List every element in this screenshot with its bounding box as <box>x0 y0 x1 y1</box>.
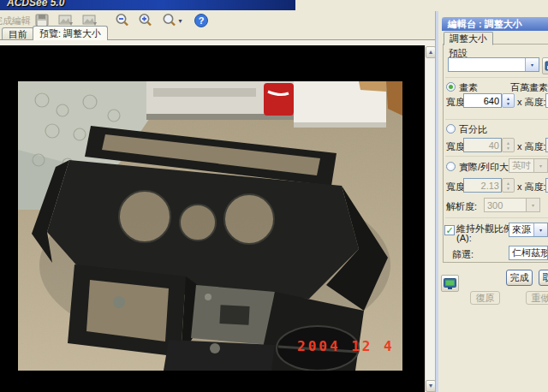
svg-text:?: ? <box>199 15 205 26</box>
tab-preview-resize[interactable]: 預覽: 調整大小 <box>33 26 108 40</box>
radio-pixels[interactable] <box>446 82 456 92</box>
zoom-tool-icon <box>162 13 177 28</box>
app-window: 完成編輯 <box>0 0 548 392</box>
chevron-down-icon: ▾ <box>533 159 547 172</box>
save-preset-button[interactable] <box>542 57 548 74</box>
chevron-down-icon: ▾ <box>178 17 182 25</box>
print-width-spinner: ▲ ▼ <box>502 178 515 193</box>
app-title: ACDSee 5.0 <box>7 0 64 9</box>
date-stamp: 2004 12 4 <box>297 338 395 354</box>
title-bar: ACDSee 5.0 <box>0 0 295 10</box>
aspect-label-2: (A): <box>456 233 472 243</box>
zoom-menu-button[interactable]: ▾ <box>158 10 187 31</box>
radio-percent[interactable] <box>446 124 456 134</box>
chevron-down-icon: ▾ <box>525 58 539 71</box>
separator <box>445 119 548 120</box>
spinner-down-icon: ▼ <box>506 101 510 106</box>
resolution-select: 300 ▾ <box>484 198 540 212</box>
megapixels-label: 百萬畫素: <box>510 81 548 94</box>
help-icon: ? <box>194 13 209 28</box>
percent-width-spinner: ▲ ▼ <box>502 138 515 152</box>
scroll-down-icon: ▾ <box>429 382 432 389</box>
scroll-up-icon: ▴ <box>429 48 432 56</box>
zoom-in-icon <box>138 13 153 28</box>
onscreen-preview-button[interactable] <box>441 275 459 292</box>
monitor-icon <box>444 278 456 289</box>
resolution-label: 解析度: <box>446 200 477 213</box>
separator <box>445 217 548 218</box>
cancel-button[interactable]: 取消 <box>539 270 548 286</box>
tab-current[interactable]: 目前 <box>2 27 34 40</box>
pixels-label: 畫素 <box>459 81 478 94</box>
spinner-down-icon: ▼ <box>506 146 510 151</box>
preset-select[interactable]: ▾ <box>448 57 539 72</box>
image-canvas[interactable]: 2004 12 4 <box>0 45 425 392</box>
redo-button: 重做 <box>526 291 548 305</box>
separator <box>445 156 548 157</box>
tab-resize[interactable]: 調整大小 <box>444 32 493 45</box>
help-button[interactable]: ? <box>190 10 212 31</box>
editor-panel: 編輯台 : 調整大小 調整大小 預設 ▾ 畫素 百萬畫素: 寬度: ▲ ▼ x … <box>438 0 548 392</box>
pixel-width-spinner[interactable]: ▲ ▼ <box>502 93 515 108</box>
chevron-down-icon: ▾ <box>526 199 539 211</box>
aspect-select[interactable]: 來源 ▾ <box>509 223 548 237</box>
filter-label: 篩選: <box>452 248 474 261</box>
zoom-out-button[interactable] <box>111 10 134 31</box>
undo-button: 復原 <box>470 291 500 305</box>
spinner-down-icon: ▼ <box>506 186 510 191</box>
print-height-label: x 高度: <box>517 181 546 193</box>
dashboard-trim <box>32 126 388 371</box>
preview-photo: 2004 12 4 <box>18 81 402 371</box>
radio-print-size[interactable] <box>446 162 456 171</box>
percent-width-input <box>463 138 502 152</box>
save-icon <box>545 61 548 71</box>
pixel-width-input[interactable] <box>463 93 502 108</box>
unit-select: 英吋 ▾ <box>509 158 548 173</box>
panel-header: 編輯台 : 調整大小 <box>442 17 548 31</box>
zoom-out-icon <box>115 13 130 28</box>
done-button[interactable]: 完成 <box>506 270 533 286</box>
print-width-input <box>463 178 502 193</box>
chevron-down-icon: ▾ <box>533 223 547 236</box>
filter-select[interactable]: 仁柯茲形 ▾ <box>509 246 548 260</box>
aspect-checkbox[interactable]: ✓ <box>444 225 455 235</box>
pixel-height-label: x 高度: <box>517 96 546 109</box>
red-object <box>264 83 294 116</box>
percent-height-label: x 高度: <box>517 140 546 153</box>
separator <box>445 77 548 78</box>
finish-edit-label: 完成編輯 <box>0 15 31 27</box>
zoom-in-button[interactable] <box>134 10 157 31</box>
percent-label: 百分比 <box>459 123 487 136</box>
